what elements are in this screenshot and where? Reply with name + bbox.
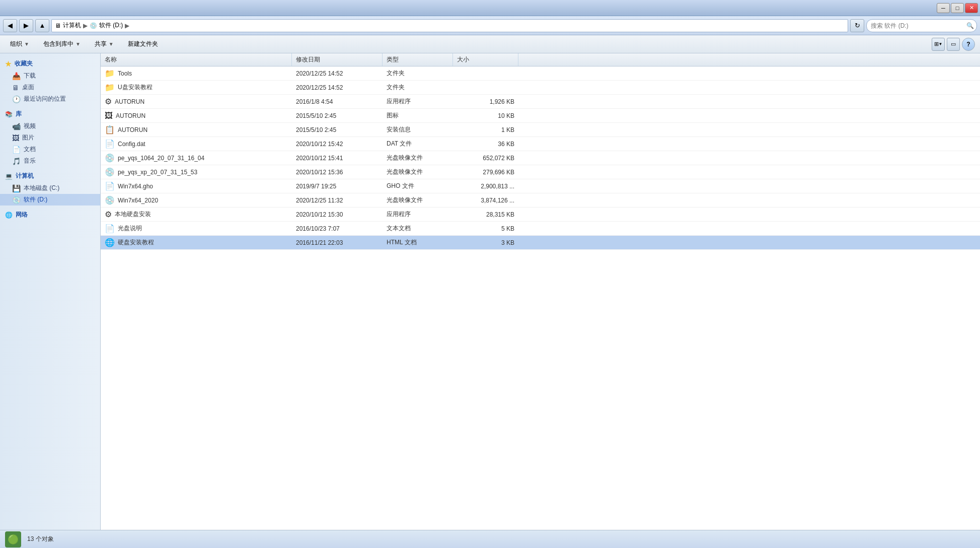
- file-name-cell: 🌐 硬盘安装教程: [101, 238, 292, 247]
- share-button[interactable]: 共享 ▼: [90, 37, 119, 51]
- file-size-cell: 279,696 KB: [453, 169, 518, 176]
- table-row[interactable]: 💿 pe_yqs_1064_20_07_31_16_04 2020/10/12 …: [101, 151, 980, 165]
- favorites-header[interactable]: ★ 收藏夹: [0, 57, 100, 70]
- sidebar-item-drive-c[interactable]: 💾 本地磁盘 (C:): [0, 182, 100, 194]
- file-name-label: pe_yqs_xp_20_07_31_15_53: [118, 169, 197, 176]
- file-type-icon: 🖼: [105, 111, 113, 120]
- minimize-button[interactable]: ─: [937, 3, 950, 13]
- col-header-date[interactable]: 修改日期: [292, 53, 383, 66]
- organize-label: 组织: [10, 40, 22, 48]
- table-row[interactable]: 📁 Tools 2020/12/25 14:52 文件夹: [101, 66, 980, 81]
- file-date-cell: 2020/12/25 14:52: [292, 70, 383, 77]
- table-row[interactable]: 💿 Win7x64_2020 2020/12/25 11:32 光盘映像文件 3…: [101, 193, 980, 208]
- pictures-label: 图片: [22, 133, 34, 142]
- file-name-label: Config.dat: [118, 141, 145, 148]
- file-type-icon: 💿: [105, 195, 115, 205]
- file-name-label: 本地硬盘安装: [115, 210, 151, 219]
- table-row[interactable]: 🌐 硬盘安装教程 2016/11/21 22:03 HTML 文档 3 KB: [101, 236, 980, 250]
- file-type-cell: 光盘映像文件: [383, 196, 453, 204]
- table-row[interactable]: 🖼 AUTORUN 2015/5/10 2:45 图标 10 KB: [101, 109, 980, 123]
- file-type-cell: 应用程序: [383, 210, 453, 219]
- file-name-cell: 💿 pe_yqs_1064_20_07_31_16_04: [101, 153, 292, 163]
- sidebar-item-downloads[interactable]: 📥 下载: [0, 70, 100, 82]
- breadcrumb[interactable]: 🖥 计算机 ▶ 💿 软件 (D:) ▶: [51, 19, 848, 32]
- table-row[interactable]: ⚙ AUTORUN 2016/1/8 4:54 应用程序 1,926 KB: [101, 95, 980, 109]
- file-size-cell: 652,072 KB: [453, 155, 518, 162]
- file-date-cell: 2020/12/25 14:52: [292, 84, 383, 91]
- search-icon[interactable]: 🔍: [966, 22, 974, 29]
- file-name-label: AUTORUN: [118, 126, 147, 133]
- col-header-size[interactable]: 大小: [453, 53, 518, 66]
- preview-icon: ▭: [951, 41, 956, 47]
- network-label: 网络: [16, 211, 28, 219]
- new-folder-button[interactable]: 新建文件夹: [123, 37, 163, 51]
- refresh-button[interactable]: ↻: [850, 19, 864, 32]
- help-button[interactable]: ?: [962, 38, 975, 51]
- preview-button[interactable]: ▭: [947, 38, 960, 51]
- up-button[interactable]: ▲: [35, 19, 49, 32]
- file-size-cell: 36 KB: [453, 141, 518, 148]
- file-date-cell: 2020/12/25 11:32: [292, 197, 383, 204]
- table-row[interactable]: ⚙ 本地硬盘安装 2020/10/12 15:30 应用程序 28,315 KB: [101, 208, 980, 222]
- file-name-cell: 📄 光盘说明: [101, 224, 292, 233]
- network-icon: 🌐: [5, 212, 13, 219]
- recent-icon: 🕐: [12, 95, 21, 103]
- forward-button[interactable]: ▶: [19, 19, 33, 32]
- file-type-cell: HTML 文档: [383, 238, 453, 247]
- file-name-cell: 📁 Tools: [101, 68, 292, 78]
- organize-button[interactable]: 组织 ▼: [5, 37, 34, 51]
- table-row[interactable]: 📋 AUTORUN 2015/5/10 2:45 安装信息 1 KB: [101, 123, 980, 137]
- music-icon: 🎵: [12, 157, 21, 165]
- file-size-cell: 10 KB: [453, 112, 518, 119]
- breadcrumb-drive[interactable]: 软件 (D:): [99, 21, 123, 30]
- recent-label: 最近访问的位置: [24, 95, 66, 103]
- sidebar-item-video[interactable]: 📹 视频: [0, 120, 100, 132]
- sidebar-item-recent[interactable]: 🕐 最近访问的位置: [0, 93, 100, 105]
- desktop-label: 桌面: [22, 83, 34, 92]
- library-header[interactable]: 📚 库: [0, 108, 100, 120]
- file-type-cell: 文本文档: [383, 224, 453, 233]
- file-date-cell: 2015/5/10 2:45: [292, 112, 383, 119]
- downloads-label: 下载: [24, 72, 36, 80]
- network-header[interactable]: 🌐 网络: [0, 209, 100, 221]
- file-type-cell: 安装信息: [383, 125, 453, 134]
- status-app-icon: 🟢: [5, 531, 21, 547]
- file-name-label: AUTORUN: [115, 98, 144, 105]
- computer-header[interactable]: 💻 计算机: [0, 170, 100, 182]
- file-date-cell: 2020/10/12 15:41: [292, 155, 383, 162]
- table-row[interactable]: 📄 Config.dat 2020/10/12 15:42 DAT 文件 36 …: [101, 137, 980, 151]
- sidebar-item-desktop[interactable]: 🖥 桌面: [0, 82, 100, 93]
- drive-c-label: 本地磁盘 (C:): [24, 184, 59, 192]
- help-icon: ?: [966, 41, 970, 48]
- table-row[interactable]: 💿 pe_yqs_xp_20_07_31_15_53 2020/10/12 15…: [101, 165, 980, 179]
- file-date-cell: 2016/10/23 7:07: [292, 225, 383, 232]
- sidebar-item-pictures[interactable]: 🖼 图片: [0, 132, 100, 144]
- view-chevron: ▼: [939, 42, 943, 46]
- file-type-icon: 💿: [105, 153, 115, 163]
- table-row[interactable]: 📁 U盘安装教程 2020/12/25 14:52 文件夹: [101, 81, 980, 95]
- table-row[interactable]: 📄 Win7x64.gho 2019/9/7 19:25 GHO 文件 2,90…: [101, 179, 980, 193]
- table-row[interactable]: 📄 光盘说明 2016/10/23 7:07 文本文档 5 KB: [101, 222, 980, 236]
- file-size-cell: 28,315 KB: [453, 211, 518, 218]
- breadcrumb-computer[interactable]: 计算机: [63, 21, 81, 30]
- close-button[interactable]: ✕: [965, 3, 978, 13]
- title-bar: ─ □ ✕: [0, 0, 980, 16]
- sidebar: ★ 收藏夹 📥 下载 🖥 桌面 🕐 最近访问的位置 📚 库: [0, 53, 101, 530]
- view-toggle-button[interactable]: ⊞ ▼: [932, 38, 945, 51]
- file-list: 📁 Tools 2020/12/25 14:52 文件夹 📁 U盘安装教程 20…: [101, 66, 980, 530]
- col-header-type[interactable]: 类型: [383, 53, 453, 66]
- archive-button[interactable]: 包含到库中 ▼: [38, 37, 86, 51]
- address-bar: ◀ ▶ ▲ 🖥 计算机 ▶ 💿 软件 (D:) ▶ ↻ 🔍: [0, 16, 980, 35]
- sidebar-item-documents[interactable]: 📄 文档: [0, 144, 100, 155]
- breadcrumb-drive-icon: 💿: [90, 22, 97, 29]
- main-container: ★ 收藏夹 📥 下载 🖥 桌面 🕐 最近访问的位置 📚 库: [0, 53, 980, 530]
- sidebar-item-drive-d[interactable]: 💿 软件 (D:): [0, 194, 100, 206]
- file-name-cell: 📋 AUTORUN: [101, 125, 292, 134]
- col-header-name[interactable]: 名称: [101, 53, 292, 66]
- search-input[interactable]: [866, 19, 977, 32]
- back-button[interactable]: ◀: [3, 19, 17, 32]
- column-headers: 名称 修改日期 类型 大小: [101, 53, 980, 66]
- file-size-cell: 1,926 KB: [453, 98, 518, 105]
- maximize-button[interactable]: □: [951, 3, 964, 13]
- sidebar-item-music[interactable]: 🎵 音乐: [0, 155, 100, 167]
